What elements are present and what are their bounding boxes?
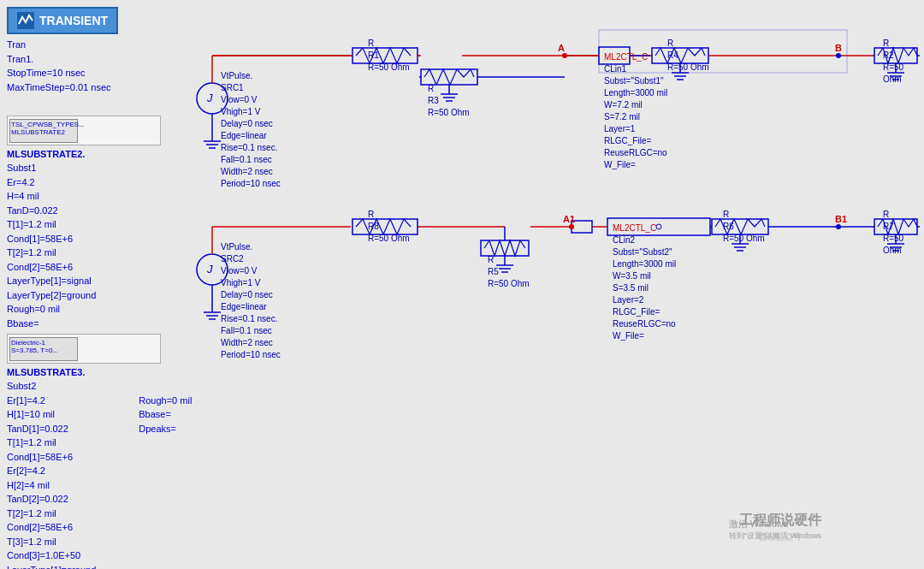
node-b-label: B (835, 43, 842, 53)
svg-text:J: J (206, 263, 213, 276)
svg-point-75 (569, 224, 574, 229)
src2-label: VtPulse. SRC2 Vlow=0 V Vhigh=1 V Delay=0… (221, 241, 281, 361)
r6-label: R R6 R=50 Ohm (723, 209, 765, 245)
substrate3-subst: Subst2 (7, 379, 246, 394)
r5-label: R R5 R=50 Ohm (488, 254, 530, 290)
substrate3-thumbnail: Dielectric-1S=3.785, T=0... (7, 334, 161, 364)
sim-max-timestep: MaxTimeStep=0.01 nsec (7, 80, 111, 95)
svg-point-76 (836, 224, 841, 229)
substrate2-layertype2: LayerType[2]=ground (7, 288, 178, 303)
substrate2-er: Er=4.2 (7, 175, 178, 190)
substrate2-h: H=4 mil (7, 189, 178, 204)
substrate3-title: MLSUBSTRATE3. (7, 367, 246, 377)
clin2-label: ML2CTL_C CLin2 Subst="Subst2" Length=300… (613, 222, 676, 342)
substrate2-t1: T[1]=1.2 mil (7, 217, 178, 232)
svg-text:J: J (206, 92, 213, 104)
activate-windows: 激活 Windows 转到"设置"以激活 Windows (729, 518, 821, 542)
substrate2-tand: TanD=0.022 (7, 204, 178, 218)
substrate2-rough: Rough=0 mil (7, 302, 178, 317)
substrate2-subst: Subst1 (7, 161, 178, 175)
substrate2-layertype1: LayerType[1]=signal (7, 274, 178, 288)
substrate2-bbase: Bbase= (7, 317, 178, 331)
transient-label: TRANSIENT (7, 7, 118, 34)
node-a-label: A (558, 43, 565, 53)
node-a1-label: A1 (563, 214, 575, 224)
substrate2-cond1: Cond[1]=58E+6 (7, 232, 178, 246)
r8-label: R R8 R=50 Ohm (368, 209, 410, 245)
r4-label: R R4 R=50 Ohm (667, 38, 709, 74)
r7-label: R R7 R=50 Ohm (883, 209, 924, 257)
substrate2-cond2: Cond[2]=58E+6 (7, 260, 178, 275)
sim-name: Tran1. (7, 52, 111, 67)
src1-label: VtPulse. SRC1 Vlow=0 V Vhigh=1 V Delay=0… (221, 70, 281, 190)
sim-params: Tran Tran1. StopTime=10 nsec MaxTimeStep… (7, 34, 111, 94)
substrate2-title: MLSUBSTRATE2. (7, 149, 178, 159)
substrate3-panel: Dielectric-1S=3.785, T=0... MLSUBSTRATE3… (7, 334, 246, 569)
svg-point-35 (562, 53, 567, 58)
node-b1-label: B1 (835, 214, 847, 224)
svg-point-36 (836, 53, 841, 58)
r3-label: R R3 R=50 Ohm (428, 83, 470, 119)
sim-type: Tran (7, 38, 111, 52)
substrate2-t2: T[2]=1.2 mil (7, 246, 178, 260)
substrate2-thumbnail: TSL_CPWSB_TYPES...MLSUBSTRATE2 (7, 116, 161, 145)
clin1-label: ML2CTL_C CLin1 Subst="Subst1" Length=300… (604, 51, 667, 171)
sim-stop-time: StopTime=10 nsec (7, 66, 111, 80)
r2-label: R R2 R=50 Ohm (883, 38, 924, 86)
substrate2-panel: TSL_CPWSB_TYPES...MLSUBSTRATE2 MLSUBSTRA… (7, 116, 178, 345)
r1-label: R R1 R=50 Ohm (368, 38, 410, 74)
